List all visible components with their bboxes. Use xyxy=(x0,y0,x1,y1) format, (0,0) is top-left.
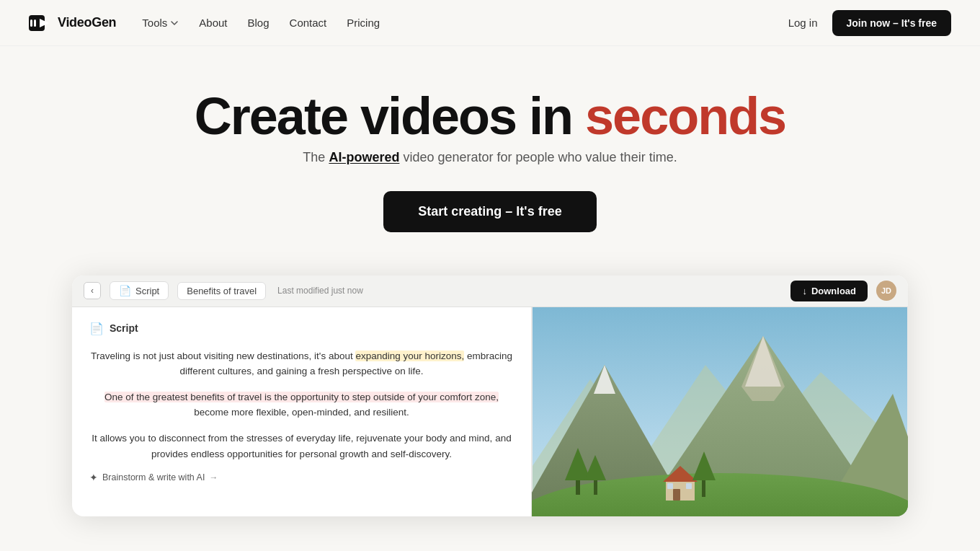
ai-powered-link: AI-powered xyxy=(329,150,399,164)
log-in-link[interactable]: Log in xyxy=(788,17,818,29)
subtext-post: video generator for people who value the… xyxy=(403,150,677,164)
chevron-down-icon xyxy=(170,19,179,27)
nav-item-about[interactable]: About xyxy=(199,17,227,30)
ai-arrow-icon: → xyxy=(209,472,218,482)
start-creating-button[interactable]: Start creating – It's free xyxy=(383,191,596,232)
nav-item-contact[interactable]: Contact xyxy=(290,17,327,30)
script-tab-label: Script xyxy=(135,286,159,296)
svg-rect-19 xyxy=(673,489,680,501)
svg-rect-20 xyxy=(667,483,673,489)
blog-link[interactable]: Blog xyxy=(248,17,270,29)
demo-breadcrumb[interactable]: Benefits of travel xyxy=(177,282,266,300)
ai-icon: ✦ xyxy=(89,472,98,483)
highlight-2: One of the greatest benefits of travel i… xyxy=(104,392,499,402)
demo-last-modified: Last modified just now xyxy=(277,286,363,296)
demo-topbar: ‹ 📄 Script Benefits of travel Last modif… xyxy=(72,276,908,307)
nav-right: Log in Join now – It's free xyxy=(788,10,951,36)
svg-rect-2 xyxy=(30,19,32,27)
ai-brainstorm-row[interactable]: ✦ Brainstorm & write with AI → xyxy=(89,472,514,483)
script-paragraph-3: It allows you to disconnect from the str… xyxy=(89,431,514,462)
nav-left: VideoGen Tools About Blog Contact xyxy=(29,15,380,31)
download-label: Download xyxy=(811,286,856,296)
svg-rect-21 xyxy=(686,483,692,489)
download-icon: ↓ xyxy=(802,286,807,296)
pricing-link[interactable]: Pricing xyxy=(347,17,380,29)
ai-brainstorm-label: Brainstorm & write with AI xyxy=(102,472,205,482)
demo-body: 📄 Script Traveling is not just about vis… xyxy=(72,307,908,516)
script-paragraph-1: Traveling is not just about visiting new… xyxy=(89,348,514,379)
hero-headline: Create videos in seconds xyxy=(195,89,785,144)
demo-script-panel: 📄 Script Traveling is not just about vis… xyxy=(72,307,532,516)
logo-link[interactable]: VideoGen xyxy=(29,15,116,31)
demo-video-preview xyxy=(532,307,908,516)
script-paragraph-2: One of the greatest benefits of travel i… xyxy=(89,389,514,420)
nav-item-pricing[interactable]: Pricing xyxy=(347,17,380,30)
avatar: JD xyxy=(876,281,896,301)
contact-link[interactable]: Contact xyxy=(290,17,327,29)
mountain-scene-graphic xyxy=(532,307,908,516)
nav-links: Tools About Blog Contact Pricing xyxy=(142,17,380,30)
subtext-pre: The xyxy=(303,150,325,164)
navigation: VideoGen Tools About Blog Contact xyxy=(0,0,980,46)
nav-item-tools[interactable]: Tools xyxy=(142,17,179,29)
logo-icon xyxy=(29,15,52,31)
logo-text: VideoGen xyxy=(58,15,116,30)
script-tab-icon: 📄 xyxy=(119,285,131,296)
demo-back-button[interactable]: ‹ xyxy=(84,282,101,299)
hero-section: Create videos in seconds The AI-powered … xyxy=(0,46,980,545)
demo-download-button[interactable]: ↓ Download xyxy=(790,281,868,301)
demo-card: ‹ 📄 Script Benefits of travel Last modif… xyxy=(72,276,908,516)
headline-start: Create videos in xyxy=(195,87,572,145)
highlight-1: expanding your horizons, xyxy=(355,351,464,361)
about-link[interactable]: About xyxy=(199,17,227,29)
demo-script-tab[interactable]: 📄 Script xyxy=(110,281,169,300)
tools-link[interactable]: Tools xyxy=(142,17,179,29)
nav-item-blog[interactable]: Blog xyxy=(248,17,270,30)
headline-accent: seconds xyxy=(585,87,785,145)
join-now-button[interactable]: Join now – It's free xyxy=(832,10,951,36)
svg-rect-3 xyxy=(34,19,36,27)
script-icon: 📄 xyxy=(89,322,104,335)
script-header: 📄 Script xyxy=(89,322,514,335)
hero-subtext: The AI-powered video generator for peopl… xyxy=(303,150,677,165)
script-section-label: Script xyxy=(110,322,138,334)
